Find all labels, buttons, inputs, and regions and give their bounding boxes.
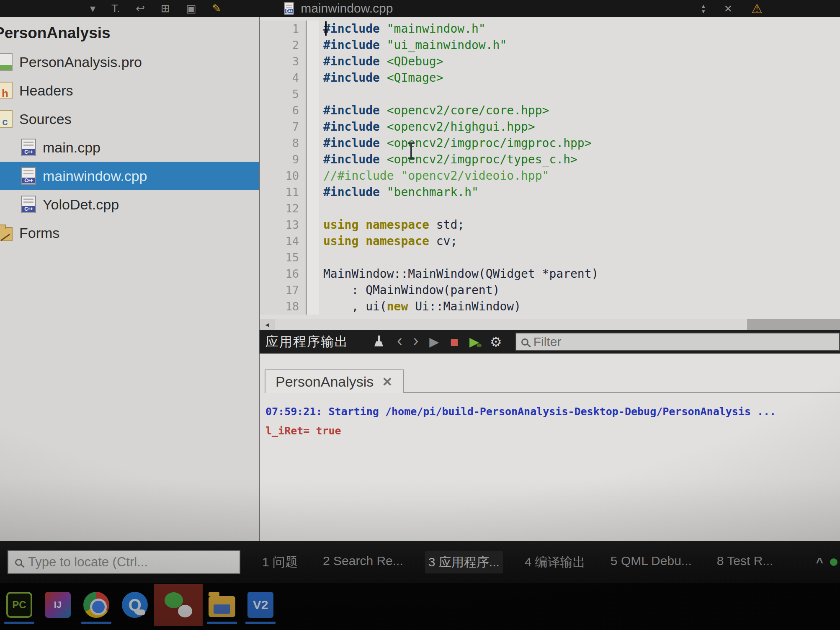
tree-item-pro-file[interactable]: PersonAnalysis.pro bbox=[0, 48, 259, 76]
locator-input[interactable] bbox=[28, 555, 221, 570]
scrollbar-thumb[interactable] bbox=[275, 319, 748, 330]
chrome-icon bbox=[83, 592, 109, 618]
code-line[interactable]: 1#include "mainwindow.h" bbox=[260, 21, 840, 37]
code-text: MainWindow::MainWindow(QWidget *parent) bbox=[319, 266, 598, 282]
code-text: #include <QDebug> bbox=[319, 53, 443, 70]
run-icon[interactable]: ▶ bbox=[429, 336, 439, 348]
search-icon bbox=[521, 338, 528, 346]
prev-item-icon[interactable]: ‹ bbox=[397, 333, 402, 349]
project-root[interactable]: PersonAnalysis bbox=[0, 24, 259, 42]
tree-item-label: mainwindow.cpp bbox=[43, 168, 147, 184]
output-tab-personanalysis[interactable]: PersonAnalysis ✕ bbox=[265, 369, 404, 393]
close-tab-icon[interactable]: ✕ bbox=[382, 374, 392, 389]
taskbar-item-file-manager[interactable] bbox=[203, 584, 241, 626]
taskbar-item-intellij[interactable]: IJ bbox=[39, 584, 77, 626]
tree-item-forms[interactable]: Forms bbox=[0, 219, 259, 247]
wechat-icon bbox=[165, 592, 192, 617]
tree-item-label: Headers bbox=[19, 83, 73, 99]
pane-button-compile-output[interactable]: 4 编译输出 bbox=[521, 551, 589, 573]
document-selector-icon[interactable]: ▴ ▾ bbox=[702, 3, 705, 14]
code-text: #include "benchmark.h" bbox=[319, 184, 479, 200]
code-line[interactable]: 11#include "benchmark.h" bbox=[260, 184, 840, 200]
code-editor[interactable]: 1#include "mainwindow.h"2#include "ui_ma… bbox=[260, 17, 840, 319]
line-number: 3 bbox=[260, 53, 307, 70]
tree-item-label: Sources bbox=[19, 111, 72, 127]
tree-item-sources[interactable]: Sources bbox=[0, 105, 259, 133]
editor-horizontal-scrollbar[interactable]: ◂ bbox=[260, 319, 840, 330]
text-format-icon[interactable]: T. bbox=[111, 2, 120, 15]
editor-toolbar-icons: ▾ T. ↩ ⊞ ▣ ✎ bbox=[90, 2, 221, 15]
line-number: 17 bbox=[260, 282, 307, 298]
running-indicator bbox=[4, 622, 34, 624]
cpp-file-icon bbox=[284, 2, 294, 15]
fold-margin bbox=[307, 37, 319, 53]
taskbar-item-pycharm[interactable]: PC bbox=[0, 584, 39, 626]
output-tab-label: PersonAnalysis bbox=[276, 374, 374, 390]
next-item-icon[interactable]: › bbox=[413, 333, 419, 349]
tree-item-mainwindow-cpp[interactable]: mainwindow.cpp bbox=[0, 162, 259, 190]
scroll-left-arrow-icon[interactable]: ◂ bbox=[260, 319, 275, 330]
output-filter-input[interactable] bbox=[533, 335, 819, 349]
pane-button-qml-debugger[interactable]: 5 QML Debu... bbox=[607, 551, 695, 573]
code-line[interactable]: 16MainWindow::MainWindow(QWidget *parent… bbox=[260, 266, 840, 282]
run-debug-icon[interactable]: ▶ bbox=[469, 336, 479, 348]
code-line[interactable]: 4#include <QImage> bbox=[260, 70, 840, 86]
code-line[interactable]: 15 bbox=[260, 249, 840, 266]
sources-folder-icon bbox=[0, 110, 13, 128]
code-text: //#include "opencv2/videoio.hpp" bbox=[319, 168, 549, 184]
taskbar-item-chrome[interactable] bbox=[77, 584, 116, 626]
code-line[interactable]: 2#include "ui_mainwindow.h" bbox=[260, 37, 840, 53]
code-line[interactable]: 8#include <opencv2/imgproc/imgproc.hpp> bbox=[260, 135, 840, 151]
code-text bbox=[319, 200, 323, 217]
taskbar-item-q-browser[interactable]: Q bbox=[116, 584, 154, 626]
code-line[interactable]: 6#include <opencv2/core/core.hpp> bbox=[260, 102, 840, 119]
code-line[interactable]: 7#include <opencv2/highgui.hpp> bbox=[260, 119, 840, 135]
split-editor-icon[interactable]: ⊞ bbox=[161, 2, 170, 15]
close-document-icon[interactable]: × bbox=[724, 1, 732, 16]
line-number: 12 bbox=[260, 200, 307, 217]
line-number: 1 bbox=[260, 21, 307, 37]
code-text bbox=[319, 249, 323, 266]
warning-icon[interactable]: ⚠ bbox=[751, 1, 763, 16]
code-line[interactable]: 3#include <QDebug> bbox=[260, 53, 840, 70]
output-panel-header: 应用程序输出 ‹ › ▶ ■ ▶ ⚙ bbox=[260, 330, 840, 354]
code-line[interactable]: 18 , ui(new Ui::MainWindow) bbox=[260, 298, 840, 315]
pane-button-test-results[interactable]: 8 Test R... bbox=[714, 551, 777, 573]
code-line[interactable]: 13using namespace std; bbox=[260, 217, 840, 233]
annotate-icon[interactable]: ✎ bbox=[212, 2, 221, 15]
stop-icon[interactable]: ■ bbox=[450, 335, 459, 349]
settings-gear-icon[interactable]: ⚙ bbox=[490, 335, 502, 349]
fold-margin bbox=[307, 233, 319, 249]
line-number: 13 bbox=[260, 217, 307, 233]
code-line[interactable]: 17 : QMainWindow(parent) bbox=[260, 282, 840, 298]
line-number: 16 bbox=[260, 266, 307, 282]
line-number: 14 bbox=[260, 233, 307, 249]
open-document[interactable]: mainwindow.cpp bbox=[284, 1, 393, 15]
tree-item-main-cpp[interactable]: main.cpp bbox=[0, 133, 259, 162]
fold-margin bbox=[307, 217, 319, 233]
output-tabbar: PersonAnalysis ✕ bbox=[260, 369, 840, 393]
pane-button-application-output[interactable]: 3 应用程序... bbox=[425, 551, 503, 573]
code-lines: 1#include "mainwindow.h"2#include "ui_ma… bbox=[260, 21, 840, 315]
code-text: #include "mainwindow.h" bbox=[319, 21, 486, 37]
tree-item-headers[interactable]: Headers bbox=[0, 76, 259, 105]
tree-item-yolodet-cpp[interactable]: YoloDet.cpp bbox=[0, 190, 259, 219]
document-icon[interactable]: ▣ bbox=[186, 2, 196, 15]
pane-button-search-results[interactable]: 2 Search Re... bbox=[320, 551, 407, 573]
code-line[interactable]: 5 bbox=[260, 86, 840, 102]
taskbar-item-wechat[interactable] bbox=[154, 584, 203, 626]
scrollbar-track[interactable] bbox=[748, 319, 840, 330]
code-line[interactable]: 9#include <opencv2/imgproc/types_c.h> bbox=[260, 151, 840, 168]
dropdown-icon[interactable]: ▾ bbox=[90, 2, 95, 15]
output-log: 07:59:21: Starting /home/pi/build-Person… bbox=[260, 393, 840, 441]
main-area: PersonAnalysis PersonAnalysis.pro Header… bbox=[0, 17, 840, 541]
pane-button-issues[interactable]: 1 问题 bbox=[259, 551, 301, 573]
code-line[interactable]: 14using namespace cv; bbox=[260, 233, 840, 249]
wrap-lines-icon[interactable]: ↩ bbox=[136, 2, 145, 15]
file-manager-icon bbox=[209, 596, 235, 617]
taskbar-item-v2[interactable]: V2 bbox=[241, 584, 280, 626]
code-line[interactable]: 12 bbox=[260, 200, 840, 217]
expand-pane-icon[interactable]: ^ bbox=[816, 555, 823, 569]
code-line[interactable]: 10//#include "opencv2/videoio.hpp" bbox=[260, 168, 840, 184]
clear-output-icon[interactable] bbox=[374, 336, 386, 348]
